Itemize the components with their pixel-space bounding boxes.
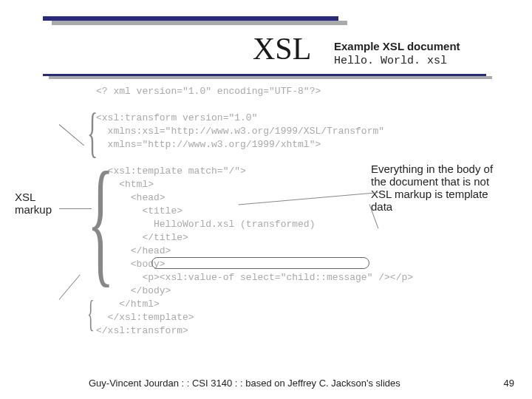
connector-line xyxy=(59,124,84,146)
divider xyxy=(43,74,486,76)
title-bar xyxy=(43,16,338,21)
callout-xsl-markup: XSL markup xyxy=(15,191,66,216)
title-bar-shadow xyxy=(52,21,347,25)
slide-subtitle: Example XSL document xyxy=(334,40,460,52)
callout-template-data: Everything in the body of the document t… xyxy=(371,163,511,213)
brace-icon: { xyxy=(87,292,95,335)
footer-text: Guy-Vincent Jourdan : : CSI 3140 : : bas… xyxy=(89,378,400,389)
divider-shadow xyxy=(49,76,492,79)
slide-title: XSL xyxy=(253,31,311,66)
page-number: 49 xyxy=(504,378,514,389)
brace-icon: { xyxy=(87,140,114,301)
code-block: <? xml version="1.0" encoding="UTF-8"?> … xyxy=(96,85,413,338)
highlight-oval xyxy=(151,257,369,269)
slide-filename: Hello. World. xsl xyxy=(334,55,447,67)
connector-line xyxy=(59,274,81,299)
